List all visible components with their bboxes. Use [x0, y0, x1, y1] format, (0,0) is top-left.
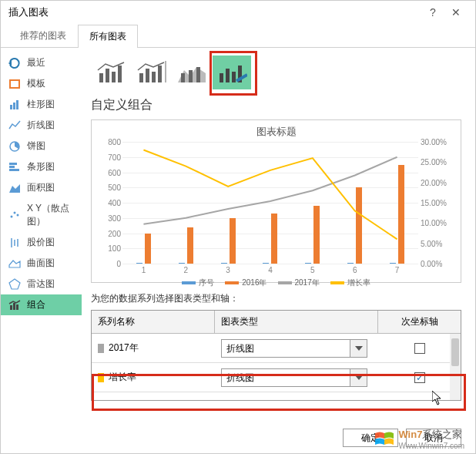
dialog-title: 插入图表 — [8, 5, 421, 19]
svg-rect-20 — [99, 73, 103, 82]
svg-rect-23 — [118, 66, 122, 82]
svg-rect-27 — [158, 66, 162, 82]
series-row-growth[interactable]: 增长率 折线图 — [92, 363, 461, 392]
combo-section-title: 自定义组合 — [91, 97, 461, 113]
sidebar-item-scatter[interactable]: X Y（散点图） — [1, 198, 82, 232]
series-name: 2017年 — [109, 341, 139, 355]
chart-type-combo[interactable]: 折线图 — [221, 339, 367, 358]
legend-label: 序号 — [199, 277, 214, 288]
series-row-2017[interactable]: 2017年 折线图 — [92, 334, 461, 363]
tab-recommended[interactable]: 推荐的图表 — [8, 24, 78, 47]
svg-rect-8 — [9, 169, 19, 171]
scroll-thumb[interactable] — [451, 338, 459, 366]
template-icon — [8, 78, 21, 90]
svg-point-10 — [11, 216, 13, 218]
col-secondary-axis: 次坐标轴 — [378, 311, 461, 333]
chevron-down-icon[interactable] — [350, 369, 367, 386]
sidebar-item-label: 柱形图 — [27, 98, 55, 111]
chart-type-value: 折线图 — [222, 340, 350, 357]
scatter-chart-icon — [8, 209, 21, 221]
area-chart-icon — [8, 182, 21, 194]
sidebar-item-area[interactable]: 面积图 — [1, 177, 82, 198]
chart-type-value: 折线图 — [222, 369, 350, 386]
svg-rect-4 — [16, 100, 18, 109]
sidebar-item-pie[interactable]: 饼图 — [1, 136, 82, 156]
line-chart-icon — [8, 119, 21, 132]
svg-rect-25 — [146, 69, 149, 82]
main-panel: 自定义组合 图表标题 01002003004005006007008000.00… — [82, 48, 475, 425]
svg-rect-7 — [9, 166, 15, 168]
sidebar-item-label: 模板 — [27, 77, 45, 90]
secondary-axis-checkbox[interactable] — [414, 372, 425, 383]
bar-chart-icon — [8, 161, 21, 173]
sidebar-item-label: 饼图 — [27, 140, 45, 153]
dialog-footer: 确定 取消 — [343, 429, 461, 447]
svg-rect-30 — [181, 73, 185, 82]
svg-rect-22 — [112, 72, 116, 82]
sidebar-item-label: 股价图 — [27, 236, 55, 249]
chevron-down-icon[interactable] — [350, 340, 367, 357]
series-name: 增长率 — [109, 371, 136, 384]
svg-rect-34 — [226, 69, 230, 82]
legend-label: 2017年 — [295, 277, 320, 288]
legend-label: 增长率 — [347, 277, 370, 288]
chart-plot-area: 01002003004005006007008000.00%5.00%10.00… — [122, 142, 418, 264]
sidebar-item-stock[interactable]: 股价图 — [1, 232, 82, 253]
close-button[interactable]: ✕ — [444, 6, 468, 18]
sidebar-item-bar[interactable]: 条形图 — [1, 156, 82, 177]
sidebar-item-label: 折线图 — [27, 119, 55, 132]
chart-type-combo[interactable]: 折线图 — [221, 368, 367, 387]
sidebar-item-surface[interactable]: 曲面图 — [1, 253, 82, 274]
svg-rect-21 — [106, 69, 109, 82]
sidebar-item-label: X Y（散点图） — [27, 202, 74, 228]
combo-subtype-4-custom[interactable] — [213, 55, 251, 89]
tab-all-charts[interactable]: 所有图表 — [78, 25, 138, 48]
sidebar-item-label: 条形图 — [27, 160, 55, 173]
sidebar-item-label: 最近 — [27, 56, 45, 69]
series-color-swatch — [98, 344, 104, 353]
chart-preview[interactable]: 图表标题 01002003004005006007008000.00%5.00%… — [91, 119, 461, 283]
sidebar-item-templates[interactable]: 模板 — [1, 73, 82, 94]
sidebar-item-label: 面积图 — [27, 181, 55, 194]
combo-subtype-2[interactable] — [132, 55, 171, 89]
sidebar-item-label: 组合 — [27, 298, 45, 311]
svg-rect-33 — [220, 73, 223, 82]
combo-subtype-row — [92, 55, 461, 89]
series-config-label: 为您的数据系列选择图表类型和轴： — [91, 292, 461, 305]
sidebar-item-line[interactable]: 折线图 — [1, 115, 82, 136]
ok-button[interactable]: 确定 — [343, 429, 398, 447]
sidebar-item-label: 雷达图 — [27, 277, 55, 291]
chart-category-sidebar: 最近 模板 柱形图 折线图 饼图 条形图 — [1, 48, 82, 425]
svg-rect-17 — [10, 305, 12, 310]
surface-chart-icon — [8, 257, 21, 270]
combo-subtype-1[interactable] — [92, 55, 131, 89]
svg-rect-1 — [11, 81, 18, 87]
svg-marker-9 — [9, 184, 20, 193]
sidebar-item-radar[interactable]: 雷达图 — [1, 274, 82, 294]
series-config-grid: 系列名称 图表类型 次坐标轴 2017年 折线图 — [91, 310, 461, 401]
grid-scrollbar[interactable] — [450, 334, 461, 400]
column-chart-icon — [8, 99, 21, 111]
svg-rect-26 — [152, 72, 156, 82]
chart-legend: 序号 2016年 2017年 增长率 — [99, 277, 453, 288]
sidebar-item-label: 曲面图 — [27, 257, 55, 270]
sidebar-item-column[interactable]: 柱形图 — [1, 94, 82, 115]
tab-bar: 推荐的图表 所有图表 — [1, 24, 475, 48]
svg-rect-32 — [196, 67, 200, 82]
titlebar: 插入图表 ? ✕ — [1, 1, 475, 24]
sidebar-item-recent[interactable]: 最近 — [1, 52, 82, 73]
cancel-button[interactable]: 取消 — [406, 429, 461, 447]
svg-rect-19 — [16, 304, 18, 310]
svg-rect-24 — [139, 73, 143, 82]
secondary-axis-checkbox[interactable] — [414, 343, 425, 354]
legend-label: 2016年 — [242, 277, 266, 288]
chart-preview-title: 图表标题 — [99, 125, 453, 139]
sidebar-item-combo[interactable]: 组合 — [1, 294, 82, 315]
svg-rect-18 — [13, 303, 15, 310]
svg-rect-2 — [10, 105, 12, 109]
svg-rect-35 — [232, 72, 236, 82]
series-color-swatch — [98, 373, 104, 382]
combo-subtype-3[interactable] — [173, 55, 211, 89]
svg-rect-3 — [13, 103, 15, 109]
help-button[interactable]: ? — [421, 6, 444, 18]
